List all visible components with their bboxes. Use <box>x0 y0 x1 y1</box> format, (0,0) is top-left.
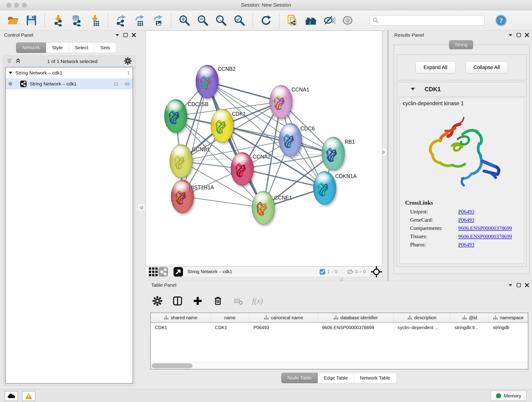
left-splitter-handle[interactable] <box>138 204 145 211</box>
grid-view-icon[interactable] <box>148 266 158 278</box>
network-node-cdc25b[interactable] <box>164 99 187 133</box>
network-node-ccna2[interactable] <box>231 152 254 186</box>
show-columns-icon[interactable] <box>171 295 184 307</box>
crosslink-row: GeneCard:P06493 <box>410 217 524 223</box>
network-type-icon[interactable] <box>158 266 168 278</box>
import-network-database-icon[interactable] <box>70 14 82 27</box>
protein-thumbnail <box>173 152 189 172</box>
search-input[interactable] <box>370 15 484 26</box>
zoom-in-icon[interactable] <box>178 14 191 27</box>
fit-content-icon[interactable] <box>173 266 183 278</box>
crosslink-link[interactable]: P06493 <box>458 217 474 223</box>
crosslink-link[interactable]: 9606.ENSP00000378699 <box>458 225 512 231</box>
expander-icon[interactable] <box>8 71 13 75</box>
tab-sets[interactable]: Sets <box>94 42 116 53</box>
network-node-ccnb1[interactable] <box>170 144 192 178</box>
export-image-icon[interactable] <box>152 14 164 27</box>
gear-icon[interactable] <box>124 57 132 66</box>
network-node-cdk1[interactable] <box>211 109 234 142</box>
collapse-entry-icon[interactable] <box>410 87 415 92</box>
close-panel-icon[interactable] <box>525 33 529 37</box>
tab-network-table[interactable]: Network Table <box>354 373 397 383</box>
zoom-out-icon[interactable] <box>196 14 209 27</box>
expand-all-button[interactable]: Expand All <box>416 61 456 73</box>
close-panel-icon[interactable] <box>132 33 136 37</box>
node-table[interactable]: shared namenamecanonical namedatabase id… <box>150 313 528 370</box>
scrollbar-thumb[interactable] <box>152 363 192 368</box>
network-node-ccna1[interactable] <box>269 85 292 119</box>
save-session-icon[interactable] <box>25 14 38 27</box>
graphics-details-icon[interactable] <box>323 14 336 27</box>
float-panel-icon[interactable] <box>516 33 521 37</box>
column-header-name[interactable]: name <box>211 313 249 322</box>
panel-menu-icon[interactable] <box>508 283 513 287</box>
zoom-selected-icon[interactable] <box>233 14 246 27</box>
tab-network[interactable]: Network <box>16 42 46 53</box>
float-panel-icon[interactable] <box>516 283 521 287</box>
network-view-canvas[interactable]: CCNB2CCNA1CDC25BCDK1CDC6RB1CCNB1CCNA2CDK… <box>146 31 382 266</box>
expand-all-icon[interactable] <box>15 58 21 65</box>
control-panel-tabs: NetworkStyleSelectSets <box>16 42 116 53</box>
network-node-ccne1[interactable] <box>252 191 275 224</box>
protein-thumbnail <box>234 160 250 180</box>
cloud-button[interactable] <box>5 391 18 401</box>
panel-menu-icon[interactable] <box>508 33 513 37</box>
tab-node-table[interactable]: Node Table <box>281 373 318 383</box>
float-panel-icon[interactable] <box>123 33 128 37</box>
crosslink-link[interactable]: 9606.ENSP00000378699 <box>458 234 512 240</box>
export-table-icon[interactable] <box>133 14 146 27</box>
column-header-canonical-name[interactable]: canonical name <box>249 313 318 322</box>
network-node-cdkn1a[interactable] <box>313 171 336 205</box>
column-header-database-identifier[interactable]: database identifier <box>318 313 394 322</box>
birds-eye-view-icon[interactable] <box>341 14 354 27</box>
network-node-cdc6[interactable] <box>279 123 302 157</box>
table-settings-gear-icon[interactable] <box>151 295 164 307</box>
memory-button[interactable]: Memory <box>491 391 526 401</box>
collapse-all-button[interactable]: Collapse All <box>466 61 508 73</box>
column-header--id[interactable]: @id <box>450 313 489 322</box>
column-tree-icon <box>334 315 338 320</box>
network-list: String Network – cdk11String Network – c… <box>5 67 133 384</box>
table-row[interactable]: CDK1CDK1P064939606.ENSP00000378699cyclin… <box>151 323 528 333</box>
column-tree-icon <box>264 315 268 320</box>
tab-style[interactable]: Style <box>46 42 69 53</box>
table-horizontal-scrollbar[interactable] <box>151 362 528 369</box>
warnings-button[interactable] <box>22 391 35 401</box>
duplicate-network-icon[interactable] <box>286 14 299 27</box>
right-splitter[interactable] <box>388 31 388 281</box>
tab-edge-table[interactable]: Edge Table <box>318 373 354 383</box>
column-header-description[interactable]: description <box>394 313 450 322</box>
entry-header-cdk1[interactable]: CDK1 <box>397 82 526 96</box>
tab-string[interactable]: String <box>449 40 473 49</box>
close-panel-icon[interactable] <box>525 283 529 287</box>
export-network-icon[interactable] <box>115 14 127 27</box>
crosslink-link[interactable]: P06493 <box>458 209 474 215</box>
open-session-icon[interactable] <box>7 14 19 27</box>
zoom-fit-icon[interactable] <box>215 14 227 27</box>
network-node-ccnb2[interactable] <box>196 65 219 98</box>
add-column-icon[interactable] <box>191 295 204 307</box>
panel-menu-icon[interactable] <box>115 33 120 37</box>
collapse-all-icon[interactable] <box>7 58 12 65</box>
network-name: String Network – cdk1 <box>15 70 121 76</box>
network-view-toolbar: String Network – cdk1 1 – 0 0 – 0 <box>146 266 382 277</box>
network-list-item[interactable]: String Network – cdk11148 <box>6 78 133 89</box>
column-header-shared-name[interactable]: shared name <box>151 313 211 322</box>
help-button[interactable]: ? <box>495 14 507 27</box>
welcome-screen-icon[interactable] <box>305 14 317 27</box>
node-label-rb1: RB1 <box>345 139 355 145</box>
network-count: 11 <box>110 81 119 87</box>
network-node-rb1[interactable] <box>322 137 345 170</box>
tab-select[interactable]: Select <box>69 42 94 53</box>
hidden-eye-icon <box>347 269 354 275</box>
hidden-count: 0 – 0 <box>347 269 366 275</box>
delete-column-trash-icon[interactable] <box>212 295 224 307</box>
import-table-file-icon[interactable] <box>89 14 101 27</box>
refresh-view-icon[interactable] <box>260 14 272 27</box>
crosslink-link[interactable]: P06493 <box>458 242 474 248</box>
birds-eye-toggle-icon[interactable] <box>371 266 382 278</box>
import-network-file-icon[interactable] <box>52 14 64 27</box>
column-header-namespace[interactable]: namespace <box>489 313 528 322</box>
search-icon <box>373 17 379 25</box>
network-list-item[interactable]: String Network – cdk11 <box>6 67 133 78</box>
